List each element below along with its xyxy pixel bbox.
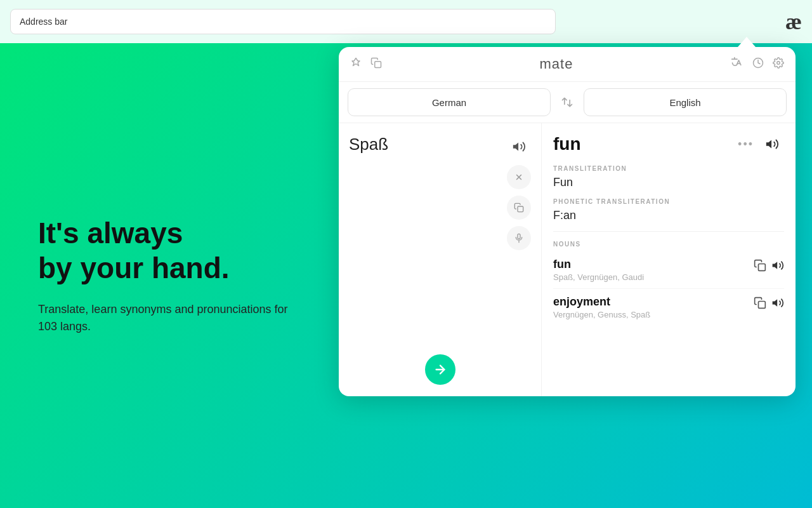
svg-rect-6 [518, 234, 520, 239]
noun-entry-0: fun Spaß, Vergnügen, Gaudi [553, 251, 784, 289]
svg-rect-0 [375, 61, 381, 67]
header-left-icons [350, 57, 382, 72]
source-language-button[interactable]: German [348, 88, 551, 116]
noun-word-0: fun [553, 258, 644, 271]
history-icon[interactable] [752, 57, 764, 72]
phonetic-value: F:an [553, 209, 784, 222]
copy-noun-button-1[interactable] [754, 297, 766, 311]
source-language-label: German [432, 97, 466, 108]
subtext: Translate, learn synonyms and pronunciat… [38, 301, 298, 335]
nouns-label: NOUNS [553, 241, 784, 248]
translation-header: fun ••• [553, 132, 784, 156]
phonetic-label: PHONETIC TRANSLITERATION [553, 198, 784, 205]
noun-entry-1: enjoyment Vergnügen, Genuss, Spaß [553, 289, 784, 326]
transliteration-value: Fun [553, 176, 784, 189]
noun-word-1: enjoyment [553, 295, 650, 309]
headline: It's always by your hand. [38, 216, 298, 286]
noun-text-1: enjoyment Vergnügen, Genuss, Spaß [553, 295, 650, 319]
divider [553, 231, 784, 232]
browser-logo: æ [785, 8, 802, 35]
copy-source-button[interactable] [507, 196, 531, 220]
background-content: It's always by your hand. Translate, lea… [0, 43, 336, 508]
translate-icon[interactable] [731, 57, 743, 72]
nouns-container: fun Spaß, Vergnügen, Gaudi enjoyment Ver… [553, 251, 784, 326]
app-title: mate [382, 56, 731, 72]
main-area: Spaß [339, 123, 796, 396]
translate-button[interactable] [425, 354, 455, 385]
headline-line1: It's always [38, 217, 183, 250]
translation-word: fun [553, 134, 581, 154]
svg-point-2 [777, 61, 780, 64]
speak-noun-button-0[interactable] [771, 259, 784, 274]
more-options-button[interactable]: ••• [738, 138, 754, 151]
source-panel: Spaß [339, 123, 542, 396]
svg-rect-8 [759, 264, 766, 271]
noun-synonyms-0: Spaß, Vergnügen, Gaudi [553, 272, 644, 282]
target-language-label: English [669, 97, 700, 108]
swap-languages-button[interactable] [556, 91, 579, 114]
browser-bar: Address bar æ [0, 0, 812, 43]
transliteration-label: TRANSLITERATION [553, 165, 784, 172]
noun-synonyms-1: Vergnügen, Genuss, Spaß [553, 310, 650, 319]
address-bar-text: Address bar [20, 17, 67, 27]
popup-header: mate [339, 47, 796, 82]
headline-line2: by your hand. [38, 251, 230, 284]
mic-button[interactable] [507, 226, 531, 250]
header-right-icons [731, 57, 784, 72]
copy-icon[interactable] [370, 57, 382, 72]
settings-icon[interactable] [773, 57, 784, 72]
address-bar[interactable]: Address bar [10, 9, 556, 34]
noun-actions-0 [754, 259, 784, 274]
translate-popup: mate German [339, 47, 796, 396]
language-row: German English [339, 82, 796, 123]
svg-rect-5 [518, 206, 523, 212]
translation-actions: ••• [738, 132, 784, 156]
noun-text-0: fun Spaß, Vergnügen, Gaudi [553, 258, 644, 282]
speak-noun-button-1[interactable] [771, 297, 784, 311]
noun-actions-1 [754, 297, 784, 311]
translation-speaker-button[interactable] [760, 132, 784, 156]
input-word[interactable]: Spaß [349, 135, 531, 385]
svg-rect-9 [759, 302, 766, 309]
target-language-button[interactable]: English [584, 88, 787, 116]
copy-noun-button-0[interactable] [754, 259, 766, 274]
translation-panel: fun ••• TRANSLITERATION Fun PHONETIC TRA… [542, 123, 796, 396]
left-controls [507, 135, 531, 250]
source-speaker-button[interactable] [507, 135, 531, 159]
clear-button[interactable] [507, 165, 531, 189]
pin-icon[interactable] [350, 57, 362, 72]
popup-arrow [738, 37, 756, 47]
